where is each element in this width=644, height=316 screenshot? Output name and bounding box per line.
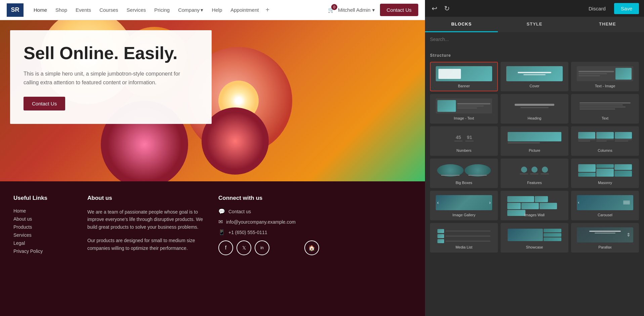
nav-pricing[interactable]: Pricing [151, 4, 173, 15]
medialist-preview-icon [433, 226, 495, 243]
block-showcase[interactable]: Showcase [501, 223, 568, 253]
banner-preview-icon [433, 65, 495, 82]
nav-courses[interactable]: Courses [96, 4, 122, 15]
nav-company[interactable]: Company ▾ [175, 4, 207, 16]
undo-icon[interactable]: ↩ [430, 3, 439, 14]
right-panel: ↩ ↻ Discard Save BLOCKS STYLE THEME Stru… [425, 0, 644, 316]
text-label: Text [602, 116, 608, 120]
footer-contact-us: 💬 Contact us [218, 208, 319, 215]
block-columns[interactable]: Columns [571, 126, 639, 156]
block-big-boxes[interactable]: Big Boxes [430, 159, 498, 188]
carousel-label: Carousel [598, 213, 612, 217]
nav-home[interactable]: Home [30, 4, 50, 15]
block-banner[interactable]: Banner [430, 62, 498, 91]
columns-label: Columns [598, 148, 612, 152]
structure-label: Structure [430, 53, 639, 58]
showcase-label: Showcase [526, 245, 543, 249]
chevron-down-icon: ▾ [372, 7, 375, 13]
useful-links-title: Useful Links [13, 195, 74, 201]
nav-help[interactable]: Help [208, 4, 225, 15]
linkedin-button[interactable]: in [255, 240, 269, 255]
wall-preview-icon [503, 194, 566, 211]
footer-connect: Connect with us 💬 Contact us ✉ info@your… [218, 195, 319, 303]
block-text[interactable]: Text [571, 94, 639, 124]
heading-label: Heading [528, 116, 542, 120]
email-icon: ✉ [218, 219, 223, 225]
blocks-grid: Banner Cover [430, 62, 639, 253]
block-media-list[interactable]: Media List [430, 223, 498, 253]
panel-search-area [425, 32, 644, 46]
logo: SR [7, 3, 24, 17]
social-links: f 𝕏 in 🏠 [218, 240, 319, 255]
media-list-label: Media List [456, 245, 472, 249]
footer: Useful Links Home About us Products Serv… [0, 181, 425, 316]
image-gallery-label: Image Gallery [453, 213, 475, 217]
footer-link-privacy[interactable]: Privacy Policy [13, 249, 74, 254]
hero-content-box: Sell Online. Easily. This is a simple he… [10, 30, 212, 124]
home-icon: 🏠 [308, 245, 315, 251]
facebook-icon: f [225, 245, 226, 251]
home-button[interactable]: 🏠 [304, 240, 319, 255]
text-preview-icon [574, 97, 636, 114]
image-text-preview-icon [433, 97, 495, 114]
footer-link-products[interactable]: Products [13, 224, 74, 230]
search-input[interactable] [430, 37, 639, 42]
block-image-gallery[interactable]: ‹ › Image Gallery [430, 191, 498, 220]
hero-title: Sell Online. Easily. [24, 44, 195, 63]
nav-appointment[interactable]: Appointment [227, 4, 262, 15]
phone-icon: 📱 [218, 229, 225, 235]
save-button[interactable]: Save [614, 3, 639, 14]
nav-services[interactable]: Services [123, 4, 149, 15]
big-boxes-label: Big Boxes [456, 181, 472, 185]
nav-events[interactable]: Events [72, 4, 94, 15]
footer-about: About us We are a team of passionate peo… [87, 195, 205, 303]
cart-button[interactable]: 🛒 0 [328, 7, 335, 13]
footer-email: ✉ info@yourcompany.example.com [218, 219, 319, 225]
tab-theme[interactable]: THEME [571, 17, 644, 32]
redo-icon[interactable]: ↻ [442, 3, 452, 14]
block-heading[interactable]: Heading [501, 94, 568, 124]
hero-section: Sell Online. Easily. This is a simple he… [0, 20, 425, 181]
contact-us-button[interactable]: Contact Us [380, 4, 418, 16]
nav-shop[interactable]: Shop [52, 4, 71, 15]
text-image-label: Text - Image [595, 84, 615, 88]
twitter-icon: 𝕏 [242, 245, 246, 251]
tab-blocks[interactable]: BLOCKS [425, 17, 498, 32]
hero-contact-button[interactable]: Contact Us [24, 97, 65, 110]
panel-toolbar: ↩ ↻ Discard Save [425, 0, 644, 17]
fruit-pomegranate2 [202, 107, 269, 175]
facebook-button[interactable]: f [218, 240, 233, 255]
cart-badge: 0 [331, 4, 337, 10]
numbers-label: Numbers [457, 148, 472, 152]
masonry-label: Masonry [598, 181, 612, 185]
tab-style[interactable]: STYLE [498, 17, 571, 32]
gallery-preview-icon: ‹ › [433, 194, 495, 211]
twitter-button[interactable]: 𝕏 [237, 240, 251, 255]
block-image-text[interactable]: Image - Text [430, 94, 498, 124]
block-carousel[interactable]: ‹ Carousel [571, 191, 639, 220]
columns-preview-icon [574, 130, 636, 146]
block-picture[interactable]: Picture [501, 126, 568, 156]
masonry-preview-icon [574, 162, 636, 179]
block-images-wall[interactable]: Images Wall [501, 191, 568, 220]
block-text-image[interactable]: Text - Image [571, 62, 639, 91]
footer-link-about[interactable]: About us [13, 216, 74, 222]
footer-useful-links: Useful Links Home About us Products Serv… [13, 195, 74, 303]
block-features[interactable]: Features [501, 159, 568, 188]
hero-subtitle: This is a simple hero unit, a simple jum… [24, 70, 195, 87]
block-masonry[interactable]: Masonry [571, 159, 639, 188]
block-parallax[interactable]: ⇕ Parallax [571, 223, 639, 253]
block-cover[interactable]: Cover [501, 62, 568, 91]
navbar-links: Home Shop Events Courses Services Pricin… [30, 4, 325, 16]
footer-link-services[interactable]: Services [13, 232, 74, 238]
image-text-label: Image - Text [454, 116, 474, 120]
add-section-icon[interactable]: + [264, 6, 271, 14]
footer-link-home[interactable]: Home [13, 208, 74, 214]
connect-title: Connect with us [218, 195, 319, 201]
images-wall-label: Images Wall [524, 213, 545, 217]
block-numbers[interactable]: 45 91 Numbers [430, 126, 498, 156]
parallax-label: Parallax [598, 245, 612, 249]
discard-button[interactable]: Discard [584, 3, 611, 14]
footer-link-legal[interactable]: Legal [13, 240, 74, 246]
admin-menu[interactable]: Mitchell Admin ▾ [338, 7, 375, 13]
